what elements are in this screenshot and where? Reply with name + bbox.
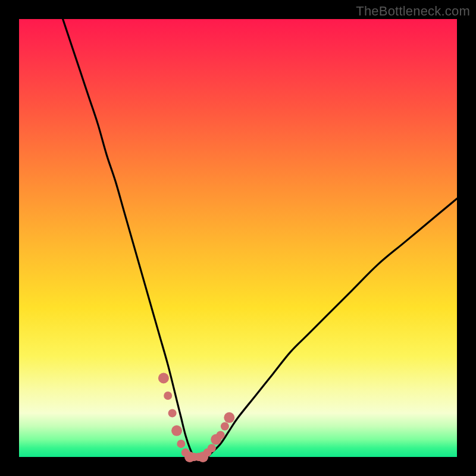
optimal-marker xyxy=(224,412,234,423)
chart-frame: TheBottleneck.com xyxy=(0,0,476,476)
optimal-marker xyxy=(171,425,182,436)
optimal-marker-group xyxy=(158,373,234,463)
optimal-marker xyxy=(221,422,229,431)
optimal-marker xyxy=(177,440,185,448)
attribution-text: TheBottleneck.com xyxy=(356,4,470,19)
optimal-marker xyxy=(164,392,172,400)
optimal-marker xyxy=(217,431,225,439)
bottleneck-curve xyxy=(63,19,457,458)
optimal-marker xyxy=(158,373,169,384)
plot-area xyxy=(19,19,457,457)
curve-layer xyxy=(19,19,457,457)
optimal-marker xyxy=(208,444,216,452)
optimal-marker xyxy=(168,409,177,417)
